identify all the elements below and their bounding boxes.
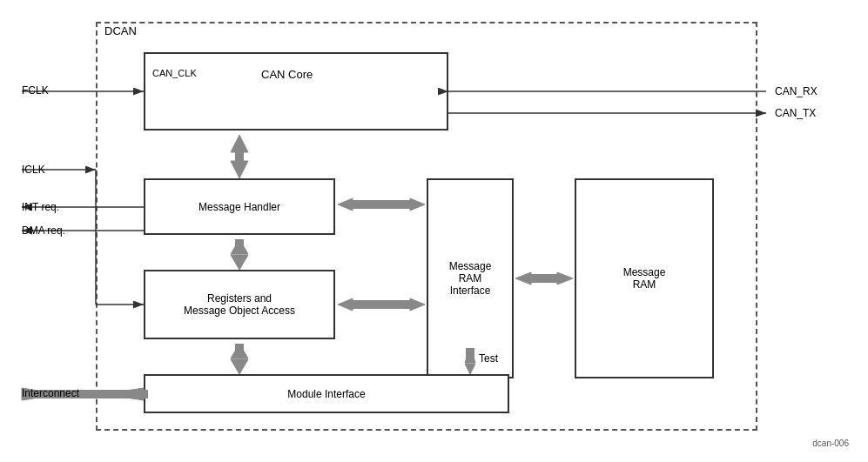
dma-req-label: DMA req. <box>22 224 65 237</box>
fclk-label: FCLK <box>22 84 49 97</box>
diagram-container: DCAN CAN_CLK CAN Core Message Handler Re… <box>9 9 853 452</box>
diagram-number: dcan-006 <box>812 439 849 448</box>
message-ram-interface-box: Message RAM Interface <box>427 178 514 378</box>
iclk-label: ICLK <box>22 164 45 176</box>
can-tx-label: CAN_TX <box>775 107 816 119</box>
test-label: Test <box>479 352 498 365</box>
module-interface-label: Module Interface <box>287 388 365 400</box>
dcan-label: DCAN <box>104 24 137 37</box>
message-handler-label: Message Handler <box>198 201 280 213</box>
can-core-box <box>144 52 448 131</box>
can-core-label: CAN Core <box>261 68 313 81</box>
module-interface-box: Module Interface <box>144 374 509 413</box>
interconnect-label: Interconnect <box>22 387 79 399</box>
registers-label: Registers and Message Object Access <box>184 292 295 317</box>
registers-box: Registers and Message Object Access <box>144 270 335 339</box>
message-ram-box: Message RAM <box>575 178 714 378</box>
int-req-label: INT req. <box>22 201 59 213</box>
message-ram-label: Message RAM <box>623 266 666 291</box>
message-handler-box: Message Handler <box>144 178 335 235</box>
can-rx-label: CAN_RX <box>775 85 818 97</box>
can-clk-label: CAN_CLK <box>152 68 197 78</box>
message-ram-interface-label: Message RAM Interface <box>449 260 492 297</box>
